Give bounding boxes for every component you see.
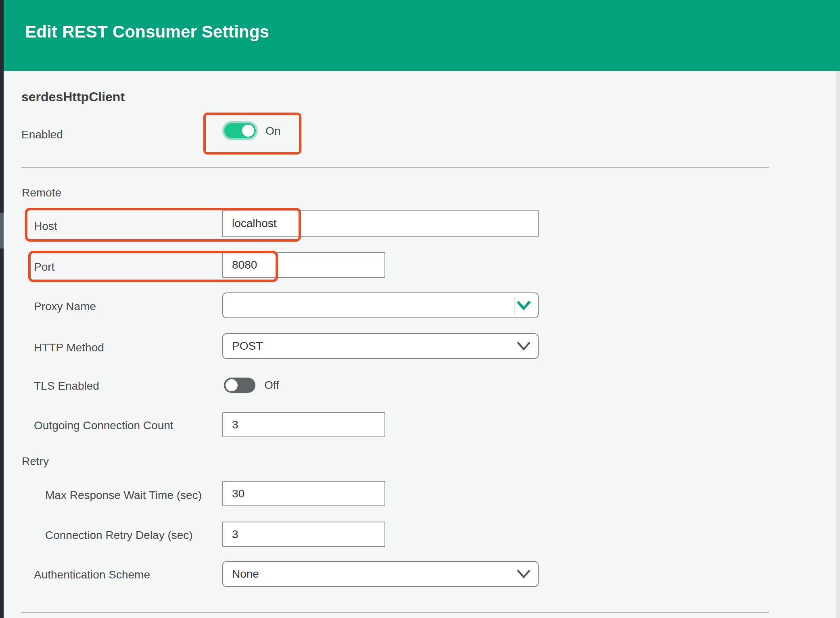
http-method-label: HTTP Method	[34, 341, 104, 354]
chevron-down-icon[interactable]	[514, 299, 533, 311]
max-response-wait-time-input[interactable]	[222, 481, 385, 506]
client-name-heading: serdesHttpClient	[21, 90, 125, 104]
enabled-label: Enabled	[21, 128, 63, 141]
scrollbar-track[interactable]	[836, 71, 840, 618]
edit-rest-consumer-settings-page: Edit REST Consumer Settings serdesHttpCl…	[0, 0, 840, 618]
connection-retry-delay-label: Connection Retry Delay (sec)	[45, 529, 193, 542]
max-response-wait-time-label: Max Response Wait Time (sec)	[45, 489, 202, 502]
left-scrollbar-thumb[interactable]	[0, 213, 4, 248]
authentication-scheme-select[interactable]: None	[222, 561, 539, 587]
enabled-toggle[interactable]	[224, 123, 256, 138]
left-panel-sliver	[0, 0, 4, 618]
divider	[21, 612, 769, 613]
port-input[interactable]	[222, 252, 385, 278]
page-title: Edit REST Consumer Settings	[25, 22, 269, 42]
enabled-toggle-state: On	[265, 125, 280, 138]
page-header: Edit REST Consumer Settings	[4, 0, 840, 71]
tls-enabled-label: TLS Enabled	[34, 380, 99, 393]
connection-retry-delay-input[interactable]	[222, 522, 385, 547]
tls-enabled-toggle[interactable]	[224, 378, 255, 393]
outgoing-connection-count-input[interactable]	[222, 412, 385, 437]
proxy-name-combobox[interactable]	[222, 292, 539, 318]
authentication-scheme-value: None	[232, 568, 259, 580]
remote-section-label: Remote	[22, 186, 61, 199]
http-method-select[interactable]: POST	[222, 333, 539, 359]
chevron-down-icon[interactable]	[514, 340, 533, 352]
outgoing-connection-count-label: Outgoing Connection Count	[34, 419, 173, 432]
toggle-knob	[226, 379, 238, 391]
tls-enabled-toggle-state: Off	[264, 379, 279, 392]
retry-section-label: Retry	[22, 455, 49, 468]
http-method-value: POST	[232, 340, 263, 353]
chevron-down-icon[interactable]	[514, 568, 533, 580]
divider	[21, 167, 769, 168]
authentication-scheme-label: Authentication Scheme	[34, 568, 150, 581]
toggle-knob	[242, 125, 254, 137]
host-input[interactable]	[222, 210, 539, 237]
host-label: Host	[34, 220, 57, 233]
port-label: Port	[34, 261, 54, 274]
proxy-name-label: Proxy Name	[34, 300, 96, 313]
